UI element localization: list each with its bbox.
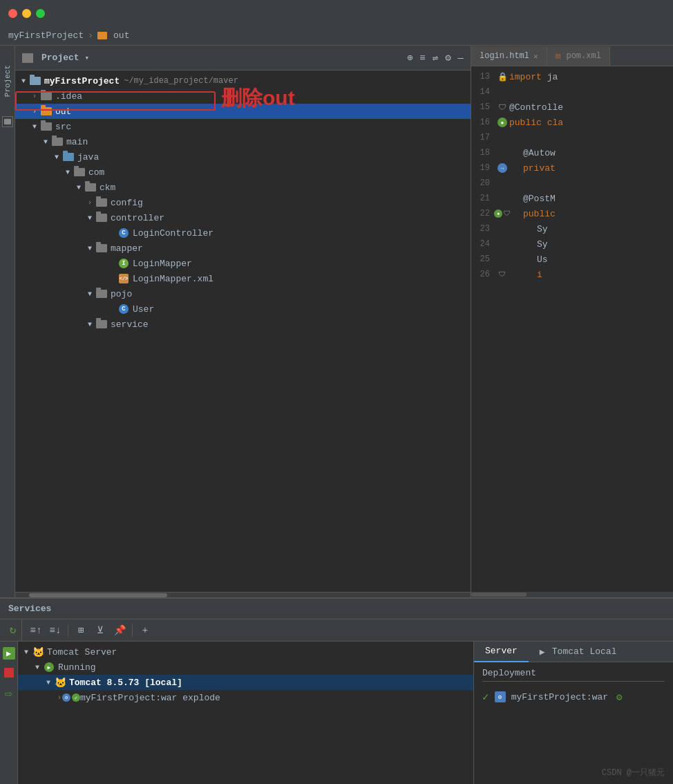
tree-item-config[interactable]: › config	[15, 195, 471, 210]
traffic-lights	[8, 9, 45, 18]
services-side-icons: ↻	[4, 619, 22, 641]
panel-dropdown-icon[interactable]: ▾	[85, 53, 90, 62]
code-line-25: 25 Us	[471, 252, 673, 267]
tree-arrow-controller: ▼	[84, 214, 95, 222]
run-icon[interactable]: ▶	[3, 647, 15, 660]
controller-label: controller	[111, 213, 164, 223]
pojo-label: pojo	[111, 289, 132, 299]
project-folder-icon	[22, 53, 33, 63]
tree-item-idea[interactable]: › .idea	[15, 88, 471, 104]
idea-label: .idea	[55, 91, 82, 102]
line-content-26: i	[509, 270, 673, 280]
breadcrumb-folder[interactable]: out	[113, 30, 129, 41]
code-line-13: 13 🔒 import ja	[471, 69, 673, 84]
editor-scrollbar-thumb[interactable]	[471, 592, 527, 597]
settings-icon[interactable]: ⚙	[445, 52, 451, 64]
line-num-15: 15	[471, 102, 495, 112]
tree-item-java[interactable]: ▼ java	[15, 149, 471, 165]
line-content-24: Sy	[509, 239, 673, 250]
service-tomcat-instance[interactable]: ▼ 🐱 Tomcat 8.5.73 [local]	[18, 675, 473, 690]
tab-login-html[interactable]: login.html ✕	[471, 46, 547, 66]
tab-tomcat-local[interactable]: ▶ Tomcat Local	[529, 642, 628, 662]
filter-srv-icon[interactable]: ⊻	[92, 622, 108, 639]
collapse-all-icon[interactable]: ≡	[419, 53, 425, 64]
tree-item-main[interactable]: ▼ main	[15, 134, 471, 149]
tab-close-login[interactable]: ✕	[533, 52, 538, 61]
code-line-15: 15 🛡 @Controlle	[471, 100, 673, 115]
tree-item-service[interactable]: ▼ service	[15, 317, 471, 332]
tree-item-mapper[interactable]: ▼ mapper	[15, 241, 471, 256]
tree-item-logincontroller[interactable]: C LoginController	[15, 225, 471, 241]
breadcrumb-project[interactable]: myFirstProject	[8, 30, 84, 41]
tree-arrow: ▼	[18, 77, 29, 85]
editor-panel: login.html ✕ m pom.xml 13 🔒 import ja	[471, 46, 673, 597]
gutter-19: →	[495, 163, 509, 173]
tab-server[interactable]: Server	[474, 642, 529, 662]
deploy-check-icon: ✓	[482, 690, 489, 704]
maximize-button[interactable]	[36, 9, 45, 18]
service-running[interactable]: ▼ ▶ Running	[18, 660, 473, 675]
code-line-18: 18 @Autow	[471, 145, 673, 160]
project-tree[interactable]: ▼ myFirstProject ~/my_idea_project/maver…	[15, 71, 471, 592]
project-tab-label[interactable]: Project	[2, 59, 13, 102]
tree-item-out[interactable]: › out	[15, 104, 471, 119]
pin-srv-icon[interactable]: 📌	[111, 622, 128, 639]
deploy-arrow-icon[interactable]: ⇨	[5, 686, 12, 701]
service-war-exploded[interactable]: › ⚙ ✓ myFirstProject:war explode	[18, 690, 473, 705]
line-num-14: 14	[471, 87, 495, 97]
stop-icon[interactable]	[4, 668, 14, 678]
line-num-19: 19	[471, 163, 495, 173]
out-label: out	[55, 106, 71, 117]
add-srv-icon[interactable]: +	[137, 622, 153, 639]
tree-item-loginmapperxml[interactable]: </> LoginMapper.xml	[15, 271, 471, 286]
group-srv-icon[interactable]: ⊞	[73, 622, 89, 639]
deploy-exploded-icon: ⚙	[616, 691, 622, 703]
services-right-panel: Server ▶ Tomcat Local Deployment ✓ ⚙ myF…	[474, 642, 673, 784]
services-tree[interactable]: ▼ 🐱 Tomcat Server ▼ ▶ Running	[18, 642, 474, 784]
tab-tomcat-local-label: Tomcat Local	[552, 646, 617, 657]
refresh-srv-icon[interactable]: ↻	[6, 622, 21, 637]
minimize-button[interactable]	[22, 9, 31, 18]
tree-arrow-out: ›	[29, 108, 40, 115]
config-label: config	[111, 198, 143, 208]
line-num-25: 25	[471, 254, 495, 264]
shield-icon-15: 🛡	[498, 102, 506, 113]
services-header: Services	[0, 599, 673, 619]
tree-item-src[interactable]: ▼ src	[15, 119, 471, 134]
locate-icon[interactable]: ⊕	[407, 52, 413, 64]
tree-item-loginmapper[interactable]: I LoginMapper	[15, 256, 471, 271]
deploy-war-label: myFirstProject:war	[511, 692, 608, 702]
collapse-all-srv-icon[interactable]: ≡↑	[28, 622, 44, 639]
line-num-24: 24	[471, 239, 495, 249]
tree-item-com[interactable]: ▼ com	[15, 165, 471, 180]
ckm-folder-icon	[84, 183, 97, 192]
tree-item-root[interactable]: ▼ myFirstProject ~/my_idea_project/maver	[15, 73, 471, 88]
close-panel-icon[interactable]: —	[458, 53, 464, 64]
breadcrumb: myFirstProject › out	[0, 26, 673, 46]
line-num-21: 21	[471, 194, 495, 203]
tree-item-ckm[interactable]: ▼ ckm	[15, 180, 471, 195]
tree-item-pojo[interactable]: ▼ pojo	[15, 286, 471, 301]
project-sidebar-tab[interactable]: Project	[0, 46, 15, 597]
service-label: service	[111, 319, 149, 330]
tab-pom-xml-label: pom.xml	[566, 51, 600, 61]
tab-pom-xml[interactable]: m pom.xml	[547, 46, 610, 66]
tree-item-controller[interactable]: ▼ controller	[15, 210, 471, 225]
gutter-15: 🛡	[495, 102, 509, 113]
root-label: myFirstProject	[44, 76, 120, 86]
service-tomcat-server[interactable]: ▼ 🐱 Tomcat Server	[18, 644, 473, 660]
running-label: Running	[58, 662, 96, 673]
close-button[interactable]	[8, 9, 17, 18]
mapper-folder-icon	[95, 243, 108, 253]
editor-horizontal-scrollbar[interactable]	[471, 592, 673, 597]
scrollbar-thumb[interactable]	[29, 593, 167, 597]
tree-horizontal-scrollbar[interactable]	[15, 592, 471, 597]
expand-all-icon[interactable]: ⇌	[433, 52, 438, 64]
tree-item-user[interactable]: C User	[15, 301, 471, 317]
line-content-15: @Controlle	[509, 102, 673, 113]
java-label: java	[77, 152, 99, 162]
loginmapperxml-label: LoginMapper.xml	[133, 274, 214, 284]
toolbar-separator-2	[132, 624, 133, 637]
line-content-22: public	[509, 209, 673, 219]
expand-all-srv-icon[interactable]: ≡↓	[47, 622, 64, 639]
